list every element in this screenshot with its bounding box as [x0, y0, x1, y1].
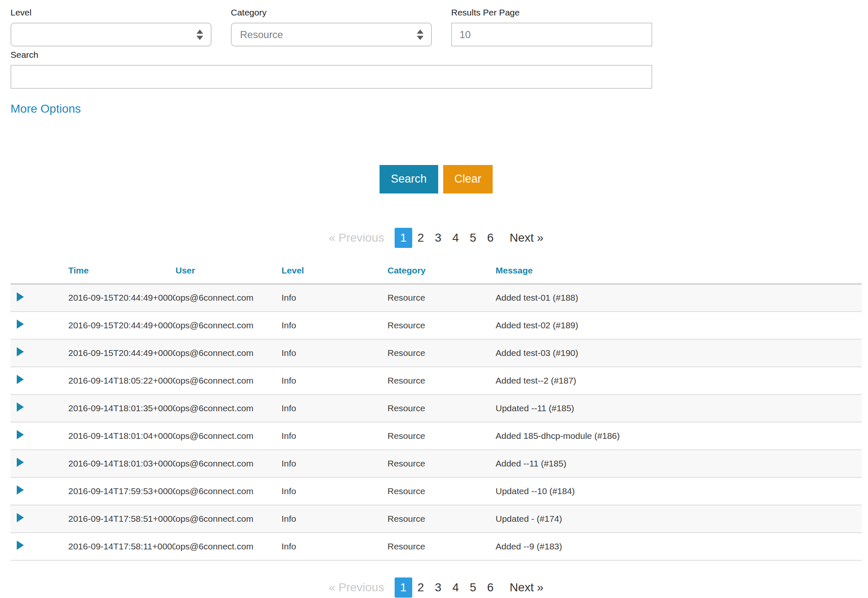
cell-user: ops@6connect.com	[176, 394, 282, 422]
cell-category: Resource	[388, 284, 496, 312]
table-row: 2016-09-15T20:44:49+0000 ops@6connect.co…	[10, 312, 862, 339]
category-select[interactable]: Resource	[231, 23, 432, 46]
expand-arrow-icon[interactable]	[17, 458, 24, 467]
log-table: Time User Level Category Message 2016-09…	[10, 260, 862, 561]
pagination-page-6[interactable]: 6	[482, 577, 499, 598]
cell-time: 2016-09-14T18:05:22+0000	[68, 367, 176, 394]
cell-message: Added --11 (#185)	[496, 450, 862, 477]
cell-category: Resource	[388, 477, 496, 505]
category-filter: Category Resource	[231, 8, 432, 46]
cell-user: ops@6connect.com	[176, 422, 282, 450]
table-row: 2016-09-14T17:59:53+0000 ops@6connect.co…	[10, 477, 862, 505]
cell-user: ops@6connect.com	[176, 339, 282, 367]
expand-arrow-icon[interactable]	[17, 430, 24, 439]
column-header-category[interactable]: Category	[388, 260, 496, 284]
level-filter: Level	[10, 8, 212, 46]
expand-arrow-icon[interactable]	[17, 402, 24, 412]
table-row: 2016-09-15T20:44:49+0000 ops@6connect.co…	[10, 339, 862, 367]
table-row: 2016-09-14T17:58:51+0000 ops@6connect.co…	[10, 505, 862, 533]
pagination-page-3[interactable]: 3	[429, 577, 447, 598]
search-input[interactable]	[10, 65, 652, 89]
cell-time: 2016-09-14T17:59:53+0000	[68, 477, 176, 505]
pagination-page-5[interactable]: 5	[464, 228, 482, 248]
cell-user: ops@6connect.com	[176, 284, 282, 312]
log-table-body: 2016-09-15T20:44:49+0000 ops@6connect.co…	[10, 284, 862, 560]
cell-user: ops@6connect.com	[176, 505, 282, 533]
pagination-page-4[interactable]: 4	[447, 228, 465, 248]
cell-level: Info	[282, 505, 388, 533]
pagination-page-4[interactable]: 4	[447, 577, 465, 598]
level-select[interactable]	[10, 23, 212, 46]
cell-category: Resource	[388, 394, 496, 422]
table-row: 2016-09-14T18:01:04+0000 ops@6connect.co…	[10, 422, 862, 450]
cell-expand	[10, 339, 68, 367]
column-header-level[interactable]: Level	[282, 260, 388, 284]
pagination-previous[interactable]: « Previous	[323, 228, 390, 248]
table-header-row: Time User Level Category Message	[10, 260, 862, 284]
search-button[interactable]: Search	[380, 165, 438, 193]
pagination-next[interactable]: Next »	[504, 577, 549, 598]
table-row: 2016-09-14T18:05:22+0000 ops@6connect.co…	[10, 367, 862, 394]
cell-message: Added test-01 (#188)	[496, 284, 862, 312]
pagination-page-1[interactable]: 1	[395, 577, 412, 598]
cell-time: 2016-09-14T17:58:11+0000	[68, 533, 176, 560]
cell-expand	[10, 394, 68, 422]
level-label: Level	[10, 8, 212, 18]
pagination-page-2[interactable]: 2	[412, 577, 430, 598]
more-options-link[interactable]: More Options	[10, 102, 81, 116]
table-row: 2016-09-14T17:58:11+0000 ops@6connect.co…	[10, 533, 862, 560]
expand-arrow-icon[interactable]	[17, 375, 24, 384]
table-row: 2016-09-14T18:01:35+0000 ops@6connect.co…	[10, 394, 862, 422]
column-header-expand	[10, 260, 68, 284]
cell-level: Info	[282, 284, 388, 312]
cell-time: 2016-09-14T18:01:35+0000	[68, 394, 176, 422]
cell-level: Info	[282, 339, 388, 367]
column-header-time[interactable]: Time	[68, 260, 176, 284]
cell-user: ops@6connect.com	[176, 367, 282, 394]
cell-expand	[10, 450, 68, 477]
cell-message: Added test-03 (#190)	[496, 339, 862, 367]
pagination-page-1[interactable]: 1	[395, 228, 412, 248]
cell-category: Resource	[388, 505, 496, 533]
clear-button[interactable]: Clear	[443, 165, 493, 193]
search-filter: Search	[10, 50, 652, 89]
expand-arrow-icon[interactable]	[17, 320, 24, 329]
expand-arrow-icon[interactable]	[17, 513, 24, 522]
expand-arrow-icon[interactable]	[17, 292, 24, 302]
log-search-page: Level Category Resource Results Per Page…	[0, 0, 868, 598]
pagination-previous[interactable]: « Previous	[323, 577, 390, 598]
expand-arrow-icon[interactable]	[17, 541, 24, 550]
cell-level: Info	[282, 422, 388, 450]
expand-arrow-icon[interactable]	[17, 485, 24, 495]
cell-level: Info	[282, 450, 388, 477]
pagination-next[interactable]: Next »	[504, 228, 549, 248]
pagination-page-6[interactable]: 6	[482, 228, 499, 248]
cell-category: Resource	[388, 422, 496, 450]
cell-message: Updated --10 (#184)	[496, 477, 862, 505]
cell-expand	[10, 505, 68, 533]
expand-arrow-icon[interactable]	[17, 347, 24, 356]
pagination-page-2[interactable]: 2	[412, 228, 430, 248]
pagination-page-3[interactable]: 3	[429, 228, 447, 248]
cell-level: Info	[282, 533, 388, 560]
column-header-message[interactable]: Message	[496, 260, 862, 284]
cell-category: Resource	[388, 312, 496, 339]
table-row: 2016-09-15T20:44:49+0000 ops@6connect.co…	[10, 284, 862, 312]
cell-time: 2016-09-15T20:44:49+0000	[68, 312, 176, 339]
action-buttons: Search Clear	[10, 165, 862, 193]
cell-expand	[10, 477, 68, 505]
cell-expand	[10, 312, 68, 339]
cell-category: Resource	[388, 533, 496, 560]
cell-message: Added test--2 (#187)	[496, 367, 862, 394]
pagination-bottom: « Previous123456Next »	[10, 577, 862, 598]
cell-time: 2016-09-15T20:44:49+0000	[68, 339, 176, 367]
pagination-page-5[interactable]: 5	[464, 577, 482, 598]
cell-expand	[10, 533, 68, 560]
cell-user: ops@6connect.com	[176, 312, 282, 339]
column-header-user[interactable]: User	[176, 260, 282, 284]
results-per-page-label: Results Per Page	[451, 8, 652, 18]
category-select-value: Resource	[240, 29, 283, 41]
cell-category: Resource	[388, 339, 496, 367]
cell-expand	[10, 367, 68, 394]
results-per-page-input[interactable]	[451, 23, 652, 46]
